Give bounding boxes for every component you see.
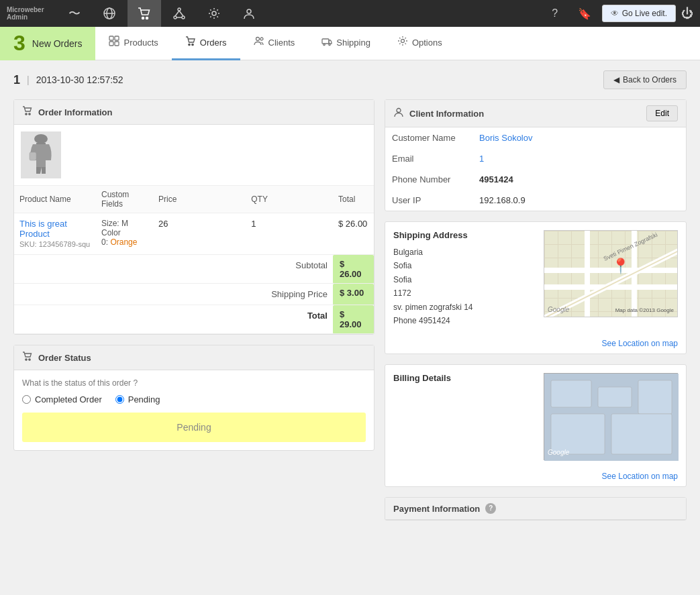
table-row: This is great Product SKU: 123456789-squ…	[14, 213, 374, 255]
tab-options[interactable]: Options	[384, 27, 456, 60]
order-status-header: Order Status	[14, 345, 374, 370]
tab-orders[interactable]: Orders	[172, 27, 240, 60]
svg-rect-38	[598, 387, 632, 407]
nav-settings[interactable]	[197, 0, 231, 27]
help-btn[interactable]: ?	[543, 1, 567, 25]
back-arrow-icon: ◀	[613, 75, 619, 85]
order-date: 2013-10-30 12:57:52	[36, 74, 123, 85]
custom-fields-cell: Size: M Color 0: Orange	[96, 213, 153, 255]
tab-clients[interactable]: Clients	[240, 27, 309, 60]
ip-row: User IP 192.168.0.9	[385, 190, 686, 211]
pending-radio[interactable]	[115, 395, 124, 404]
svg-point-17	[189, 44, 190, 45]
col-qty: QTY	[246, 186, 333, 213]
client-info-header: Client Information Edit	[385, 100, 686, 127]
shipping-value: $ 3.00	[333, 284, 374, 305]
nav-globe[interactable]	[93, 0, 126, 27]
svg-rect-16	[115, 42, 119, 46]
power-button[interactable]: ⏻	[681, 7, 693, 21]
client-info-panel: Client Information Edit Customer Name Bo…	[385, 99, 687, 211]
custom-field-size: Size: M	[101, 219, 148, 228]
product-link[interactable]: This is great Product	[19, 219, 67, 239]
products-icon	[109, 36, 119, 49]
back-to-orders-button[interactable]: ◀ Back to Orders	[603, 70, 687, 89]
svg-rect-41	[611, 414, 672, 454]
svg-rect-40	[551, 414, 605, 454]
email-value: 1	[472, 148, 686, 169]
order-status-body: What is the status of this order ? Compl…	[14, 370, 374, 450]
nav-icons: 〜	[58, 0, 543, 27]
see-location-shipping-link[interactable]: See Location on map	[385, 335, 686, 354]
product-sku: SKU: 123456789-squ	[19, 240, 90, 248]
order-table: Product Name Custom Fields Price QTY Tot…	[14, 186, 374, 334]
status-cart-icon	[22, 351, 33, 364]
svg-point-12	[247, 9, 251, 13]
svg-point-6	[174, 16, 177, 19]
completed-radio[interactable]	[22, 395, 31, 404]
page-content: 1 | 2013-10-30 12:57:52 ◀ Back to Orders	[0, 60, 700, 541]
payment-help-icon[interactable]: ?	[485, 503, 496, 514]
payment-header: Payment Information ?	[385, 498, 686, 520]
svg-rect-39	[638, 380, 672, 414]
cart-icon	[22, 105, 33, 119]
custom-field-color-val: 0: Orange	[101, 237, 148, 247]
client-info-table: Customer Name Boris Sokolov Email 1	[385, 127, 686, 211]
nav-network[interactable]	[162, 0, 196, 27]
sub-nav: 3 New Orders Products	[0, 27, 700, 60]
ip-label: User IP	[385, 190, 472, 211]
order-info-panel: Order Information	[13, 99, 374, 335]
customer-name-value: Boris Sokolov	[472, 127, 686, 148]
billing-map: Google	[544, 373, 678, 460]
bookmark-btn[interactable]: 🔖	[572, 1, 597, 25]
col-price: Price	[153, 186, 246, 213]
col-total: Total	[333, 186, 374, 213]
svg-point-31	[29, 359, 30, 360]
status-options: Completed Order Pending	[22, 394, 366, 404]
total-label: Total	[153, 305, 333, 334]
status-question: What is the status of this order ?	[22, 378, 366, 388]
shipping-label: Shipping Price	[153, 284, 333, 305]
email-label: Email	[385, 148, 472, 169]
email-row: Email 1	[385, 148, 686, 169]
tab-products[interactable]: Products	[95, 27, 171, 60]
nav-analytics[interactable]: 〜	[58, 0, 91, 27]
shipping-map: Sveti Pimen Zografski 📍 Google Map data …	[544, 230, 678, 317]
completed-order-option[interactable]: Completed Order	[22, 394, 102, 404]
svg-point-24	[401, 40, 404, 43]
shipping-title: Shipping Address	[393, 230, 536, 240]
svg-rect-15	[109, 42, 113, 46]
ip-value: 192.168.0.9	[472, 190, 686, 211]
svg-point-5	[178, 8, 181, 11]
top-nav: Microweber Admin 〜	[0, 0, 700, 27]
svg-point-7	[182, 16, 185, 19]
email-link[interactable]: 1	[479, 154, 484, 164]
billing-details: Billing Details	[393, 373, 536, 460]
svg-line-8	[175, 11, 179, 16]
col-product-name: Product Name	[14, 186, 96, 213]
shipping-icon	[321, 36, 332, 49]
svg-rect-13	[109, 36, 113, 40]
map-data-label: Map data ©2013 Google	[615, 307, 674, 313]
pending-option[interactable]: Pending	[115, 394, 160, 404]
svg-point-18	[192, 44, 193, 45]
svg-rect-29	[30, 152, 36, 160]
subtotal-row: Subtotal $ 26.00	[14, 255, 374, 284]
go-live-button[interactable]: 👁 Go Live edit.	[602, 5, 676, 22]
see-location-billing-link[interactable]: See Location on map	[385, 468, 686, 486]
customer-name-link[interactable]: Boris Sokolov	[479, 133, 532, 143]
client-info-body: Customer Name Boris Sokolov Email 1	[385, 127, 686, 211]
map-pin-icon: 📍	[611, 258, 630, 275]
client-icon	[393, 107, 404, 120]
edit-client-button[interactable]: Edit	[646, 105, 678, 121]
phone-label: Phone Number	[385, 169, 472, 190]
svg-point-22	[323, 44, 325, 45]
billing-map-logo: Google	[548, 449, 569, 456]
order-id-date: 1 | 2013-10-30 12:57:52	[13, 73, 123, 87]
nav-users[interactable]	[232, 0, 266, 27]
svg-rect-14	[115, 36, 119, 40]
svg-rect-28	[36, 143, 46, 144]
tab-shipping[interactable]: Shipping	[308, 27, 384, 60]
two-col-layout: Order Information	[13, 99, 687, 531]
shipping-address-panel: Shipping Address Bulgaria Sofia Sofia 11…	[385, 221, 687, 354]
nav-cart[interactable]	[128, 0, 161, 27]
